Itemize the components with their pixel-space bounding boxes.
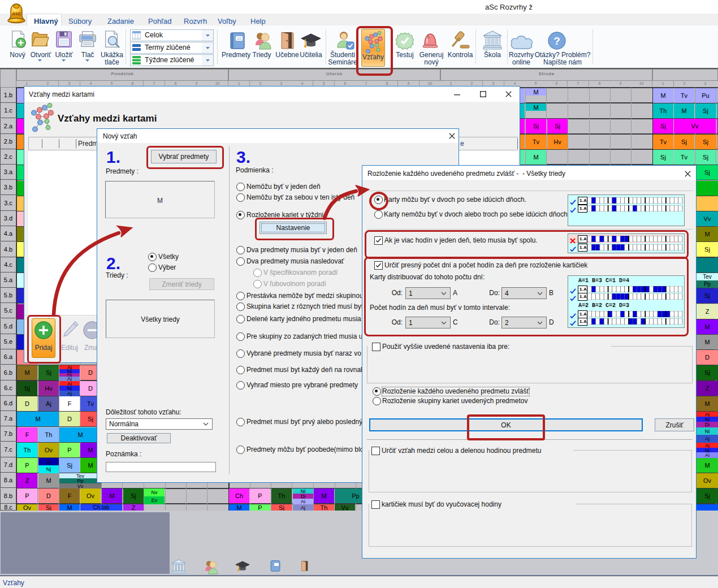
- svg-text:asc: asc: [12, 11, 20, 16]
- svg-text:?: ?: [553, 35, 560, 47]
